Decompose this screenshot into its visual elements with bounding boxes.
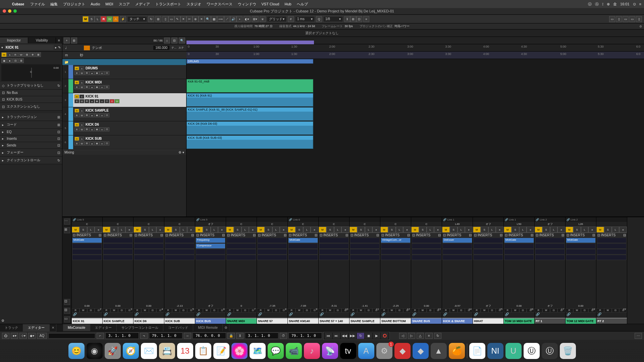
event-audio[interactable]: KICK D6 (Kick D6-03) <box>186 121 313 135</box>
ch-listen[interactable]: L <box>211 227 218 233</box>
channel-link[interactable] <box>133 217 164 222</box>
ch-listen[interactable]: L <box>365 227 373 233</box>
insert-slot-empty[interactable] <box>319 243 349 249</box>
ch-solo[interactable]: S <box>234 227 241 233</box>
inserts-header[interactable]: ⊡INSERTS⊟ <box>535 233 565 237</box>
channel-volume[interactable]: オフ <box>535 304 565 308</box>
insert-slot-empty[interactable] <box>442 243 472 249</box>
lowtab-midiremote[interactable]: MIDI Remote <box>193 324 223 331</box>
ch-solo[interactable]: S <box>110 227 118 233</box>
quantize-icon[interactable]: Q <box>316 16 322 22</box>
event-midi[interactable]: Kick 91-02_midi <box>186 79 313 93</box>
ch-listen[interactable]: L <box>488 227 496 233</box>
ch-listen[interactable]: L <box>87 227 95 233</box>
insert-slot-empty[interactable] <box>381 249 411 254</box>
tool-mute-icon[interactable]: ✕ <box>199 16 205 22</box>
insert-slot-empty[interactable] <box>597 249 627 254</box>
quantize-settings-icon[interactable]: ⊞ <box>350 16 356 22</box>
ch-edit[interactable]: e <box>249 227 257 233</box>
channel-volume[interactable]: 0.00 <box>504 304 534 308</box>
insert-slot-empty[interactable] <box>504 249 534 254</box>
link-icon[interactable]: 🔗 <box>474 312 478 316</box>
channel-volume[interactable]: 0.00 <box>103 304 133 308</box>
inspector-fader[interactable]: 0.00 C <box>1 64 61 81</box>
ch-write[interactable]: W <box>357 308 365 312</box>
status-icon-menu[interactable]: ≡ <box>639 2 641 6</box>
ch-solo[interactable]: S <box>172 227 180 233</box>
insert-slot-empty[interactable] <box>165 249 195 254</box>
track-row[interactable]: 3 msKICK 91 RW⊞●◉∞⊡RW <box>62 93 186 107</box>
tp-record-icon[interactable]: ⭕ <box>381 333 388 339</box>
ch-solo[interactable]: S <box>481 227 488 233</box>
inserts-header[interactable]: ⊡INSERTS⊟ <box>164 233 195 237</box>
layout-1-icon[interactable]: ▭ <box>609 16 615 22</box>
ch-solo[interactable]: S <box>604 227 612 233</box>
ch-write[interactable]: W <box>234 308 241 312</box>
ch-write[interactable]: W <box>172 308 180 312</box>
insert-slot-empty[interactable] <box>103 255 133 260</box>
menu-edit[interactable]: 編集 <box>48 2 60 7</box>
inserts-header[interactable]: ⊡INSERTS⊟ <box>257 233 287 237</box>
channel-name[interactable]: KICK & SNARE <box>442 318 473 324</box>
channel-pan[interactable]: C <box>72 222 102 227</box>
channel-name[interactable]: SNARE 57 <box>257 318 287 324</box>
channel-volume[interactable]: 0.00 <box>411 304 442 308</box>
tool-warp-icon[interactable]: ⟿ <box>217 16 224 22</box>
link-icon[interactable]: 🔗 <box>536 312 540 316</box>
insert-slot-empty[interactable] <box>196 255 225 260</box>
dock-reminders-icon[interactable]: 📋 <box>195 343 211 359</box>
dock-messages-icon[interactable]: 💬 <box>268 343 284 359</box>
tp-midi-mode-icon[interactable]: ⊹▾ <box>19 333 27 339</box>
ch-edit[interactable]: e <box>218 227 226 233</box>
mute-button[interactable]: M <box>83 16 89 22</box>
snap-icon[interactable]: ※ <box>260 16 266 22</box>
tp-time-fmt-icon[interactable]: ⏱ <box>280 333 287 339</box>
layout-4-icon[interactable]: ▭ <box>629 16 635 22</box>
channel-volume[interactable] <box>596 304 627 308</box>
channel-volume[interactable]: 0.00 <box>566 304 596 308</box>
ch-solo[interactable]: S <box>357 227 365 233</box>
ch-read[interactable]: R <box>288 308 296 312</box>
inserts-header[interactable]: ⊡INSERTS⊟ <box>473 233 503 237</box>
ch-solo[interactable]: S <box>542 227 550 233</box>
dock-notes-icon[interactable]: 📝 <box>213 343 229 359</box>
dock-siri-icon[interactable]: ◉ <box>87 343 103 359</box>
status-icon-a[interactable]: Ⓐ <box>595 2 599 7</box>
insp-section-eq[interactable]: ▸EQ⊡ <box>0 129 62 135</box>
ch-edit[interactable]: e <box>496 227 503 233</box>
lowtab-editor[interactable]: エディター <box>90 324 117 331</box>
ch-listen[interactable]: L <box>334 227 342 233</box>
insert-slot[interactable]: MidiGate <box>288 238 318 243</box>
inserts-header[interactable]: ⊡INSERTS⊟ <box>103 233 133 237</box>
insert-slot-empty[interactable] <box>257 243 287 249</box>
lz-menu-icon[interactable]: ⋯ <box>64 219 70 225</box>
ch-edit[interactable]: e <box>527 227 534 233</box>
channel-volume[interactable]: -5.31 <box>319 304 349 308</box>
insert-slot-empty[interactable] <box>103 238 133 243</box>
channel-link[interactable] <box>473 217 503 222</box>
link-icon[interactable]: 🔗 <box>320 312 324 316</box>
track-row[interactable]: 2 msKICK MIDI RW⊞●◉∞⊡ <box>62 79 186 93</box>
ch-listen[interactable]: L <box>581 227 589 233</box>
menu-hub[interactable]: Hub <box>282 2 294 6</box>
track-row[interactable]: 6 msKICK SUB RW⊞●◉∞⊡ <box>62 135 186 149</box>
insert-slot-empty[interactable] <box>504 255 534 260</box>
insert-slot[interactable]: MidiGate <box>504 238 534 243</box>
menu-window[interactable]: ウィンドウ <box>235 2 259 7</box>
ch-read[interactable]: R <box>504 308 512 312</box>
channel-link[interactable] <box>164 217 195 222</box>
insert-slot-empty[interactable] <box>473 255 503 260</box>
ch-read[interactable]: R <box>195 308 203 312</box>
channel-volume[interactable]: -7.85 <box>288 304 318 308</box>
status-icon-input[interactable]: 金 <box>613 2 617 7</box>
dock-trash-icon[interactable]: 🗑️ <box>560 343 576 359</box>
tp-metronome-icon[interactable]: △ <box>417 333 424 339</box>
channel-name[interactable]: RT 1 <box>535 318 565 324</box>
lowtab-mixconsole[interactable]: MixConsole <box>63 324 90 331</box>
channel-pan[interactable]: C <box>164 222 195 227</box>
ch-write[interactable]: W <box>450 308 458 312</box>
channel-pan[interactable]: C <box>288 222 318 227</box>
channel-name[interactable]: SNARE 57 + 140 <box>319 318 349 324</box>
channel-name[interactable]: RT 2 <box>596 318 627 324</box>
insp-out2[interactable]: ⊡KICK BUS <box>0 96 62 103</box>
